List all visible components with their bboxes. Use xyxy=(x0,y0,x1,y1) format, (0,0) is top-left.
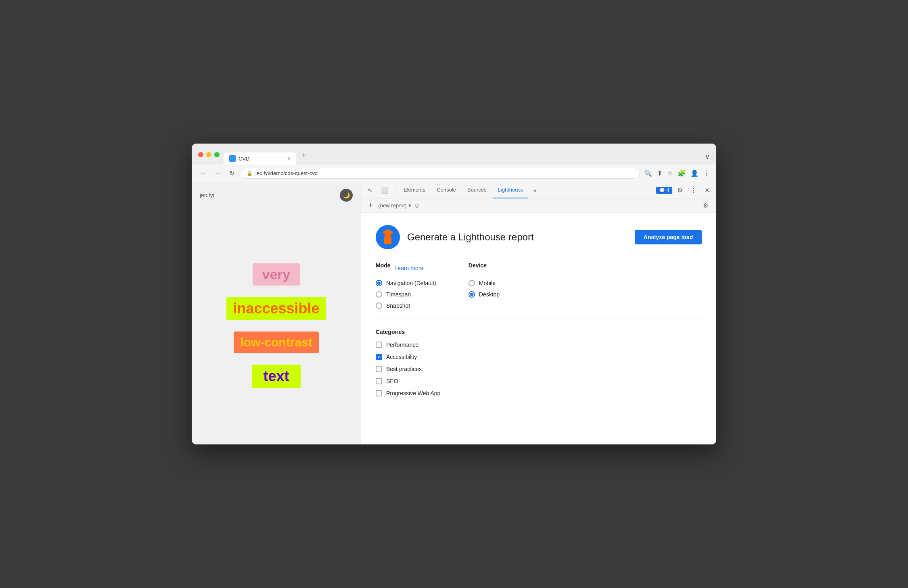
pwa-checkbox[interactable] xyxy=(376,390,382,396)
browser-window: 🌐 CVD × + ∨ ← → ↻ 🔒 jec.fyi/demo/cds-que… xyxy=(192,144,716,444)
word-text: text xyxy=(252,365,300,388)
extension-icon[interactable]: 🧩 xyxy=(678,169,686,177)
seo-checkbox[interactable] xyxy=(376,378,382,384)
chat-icon: 💬 xyxy=(659,188,665,193)
devtools-right-actions: 💬 4 ⚙ ⋮ ✕ xyxy=(656,185,713,196)
category-best-practices[interactable]: Best practices xyxy=(376,366,702,372)
lighthouse-title: Generate a Lighthouse report xyxy=(407,231,534,243)
device-mobile-radio[interactable] xyxy=(469,280,475,286)
device-toolbar-button[interactable]: ⬜ xyxy=(378,184,392,196)
lighthouse-title-group: Generate a Lighthouse report xyxy=(376,225,534,249)
category-seo[interactable]: SEO xyxy=(376,378,702,384)
address-bar: ← → ↻ 🔒 jec.fyi/demo/cds-quest-cvd 🔍 ⬆ ☆… xyxy=(192,165,716,182)
share-icon[interactable]: ⬆ xyxy=(657,169,662,177)
refresh-button[interactable]: ↻ xyxy=(227,169,236,178)
device-desktop[interactable]: Desktop xyxy=(469,291,500,298)
report-label: (new report) xyxy=(379,202,407,209)
category-pwa[interactable]: Progressive Web App xyxy=(376,390,702,396)
back-button[interactable]: ← xyxy=(198,169,209,178)
tab-sources[interactable]: Sources xyxy=(462,182,492,198)
category-accessibility[interactable]: ✓ Accessibility xyxy=(376,354,702,360)
word-very: very xyxy=(253,263,300,286)
webpage-logo: jec.fyi xyxy=(200,192,214,198)
main-area: jec.fyi 🌙 very inaccessible low-contrast… xyxy=(192,182,716,444)
device-desktop-radio[interactable] xyxy=(469,291,475,298)
tab-elements[interactable]: Elements xyxy=(399,182,430,198)
performance-checkbox[interactable] xyxy=(376,342,382,348)
mode-navigation-label: Navigation (Default) xyxy=(386,280,436,286)
devtools-secondary-bar: + (new report) ▾ ⊘ ⚙ xyxy=(361,198,716,213)
section-divider xyxy=(376,319,702,319)
mode-snapshot-label: Snapshot xyxy=(386,302,410,309)
devtools-panel: ↖ ⬜ Elements Console Sources Lighthouse … xyxy=(361,182,716,444)
device-mobile[interactable]: Mobile xyxy=(469,280,500,286)
accessibility-label: Accessibility xyxy=(386,354,417,360)
search-icon[interactable]: 🔍 xyxy=(644,169,652,177)
tab-overflow-button[interactable]: ∨ xyxy=(705,153,710,165)
categories-section: Categories Performance ✓ Accessibility xyxy=(376,329,702,396)
bookmark-icon[interactable]: ☆ xyxy=(667,169,673,177)
clear-report-button[interactable]: ⊘ xyxy=(414,202,420,209)
device-radio-group: Mobile Desktop xyxy=(469,280,500,298)
new-tab-button[interactable]: + xyxy=(298,148,310,165)
lock-icon: 🔒 xyxy=(247,171,253,176)
mode-timespan-radio[interactable] xyxy=(376,291,382,298)
moon-icon: 🌙 xyxy=(343,192,350,198)
forward-button[interactable]: → xyxy=(213,169,223,178)
maximize-traffic-light[interactable] xyxy=(214,152,220,157)
minimize-traffic-light[interactable] xyxy=(206,152,211,157)
svg-rect-2 xyxy=(384,236,391,244)
device-column: Device Mobile Desktop xyxy=(469,262,500,309)
device-mobile-label: Mobile xyxy=(479,280,496,286)
more-menu-icon[interactable]: ⋮ xyxy=(703,169,710,177)
inspect-element-button[interactable]: ↖ xyxy=(364,184,376,196)
tabs-bar: 🌐 CVD × + ∨ xyxy=(224,148,710,165)
lighthouse-icon xyxy=(376,225,400,249)
mode-snapshot-radio[interactable] xyxy=(376,302,382,309)
address-input[interactable]: 🔒 jec.fyi/demo/cds-quest-cvd xyxy=(241,168,640,179)
dark-mode-button[interactable]: 🌙 xyxy=(340,189,353,202)
mode-navigation-radio[interactable] xyxy=(376,280,382,286)
word-inaccessible: inaccessible xyxy=(226,297,326,320)
report-selector[interactable]: (new report) ▾ xyxy=(379,202,411,209)
add-report-button[interactable]: + xyxy=(366,200,375,211)
category-performance[interactable]: Performance xyxy=(376,342,702,348)
device-desktop-label: Desktop xyxy=(479,291,500,298)
learn-more-link[interactable]: Learn more xyxy=(395,265,424,271)
tab-favicon: 🌐 xyxy=(229,155,236,162)
more-tabs-button[interactable]: » xyxy=(530,185,540,196)
title-bar: 🌐 CVD × + ∨ xyxy=(192,144,716,165)
mode-label-row: Mode Learn more xyxy=(376,262,436,274)
feedback-badge[interactable]: 💬 4 xyxy=(656,187,672,194)
tab-lighthouse[interactable]: Lighthouse xyxy=(493,182,529,198)
mode-snapshot[interactable]: Snapshot xyxy=(376,302,436,309)
webpage-panel: jec.fyi 🌙 very inaccessible low-contrast… xyxy=(192,182,361,444)
profile-icon[interactable]: 👤 xyxy=(690,169,699,177)
active-tab[interactable]: 🌐 CVD × xyxy=(224,152,296,165)
devtools-toolbar: ↖ ⬜ Elements Console Sources Lighthouse … xyxy=(361,182,716,198)
best-practices-checkbox[interactable] xyxy=(376,366,382,372)
tab-close-button[interactable]: × xyxy=(287,155,291,162)
best-practices-label: Best practices xyxy=(386,366,422,372)
traffic-lights xyxy=(198,152,220,161)
performance-label: Performance xyxy=(386,342,418,348)
mode-navigation[interactable]: Navigation (Default) xyxy=(376,280,436,286)
secondary-settings-button[interactable]: ⚙ xyxy=(700,200,711,211)
mode-timespan[interactable]: Timespan xyxy=(376,291,436,298)
tab-console[interactable]: Console xyxy=(432,182,461,198)
categories-label: Categories xyxy=(376,329,702,335)
webpage-content: very inaccessible low-contrast text xyxy=(192,206,361,444)
close-traffic-light[interactable] xyxy=(198,152,203,157)
mode-timespan-label: Timespan xyxy=(386,291,411,298)
lighthouse-content: Generate a Lighthouse report Analyze pag… xyxy=(361,213,716,444)
devtools-settings-button[interactable]: ⚙ xyxy=(674,185,686,196)
secondary-bar-right: ⚙ xyxy=(700,200,711,211)
mode-column: Mode Learn more Navigation (Default) Tim… xyxy=(376,262,436,309)
device-label-row: Device xyxy=(469,262,500,274)
accessibility-checkbox[interactable]: ✓ xyxy=(376,354,382,360)
devtools-close-button[interactable]: ✕ xyxy=(701,185,713,196)
address-actions: 🔍 ⬆ ☆ 🧩 👤 ⋮ xyxy=(644,169,710,177)
svg-point-4 xyxy=(383,231,393,234)
devtools-more-button[interactable]: ⋮ xyxy=(687,185,700,196)
analyze-page-load-button[interactable]: Analyze page load xyxy=(635,230,702,244)
